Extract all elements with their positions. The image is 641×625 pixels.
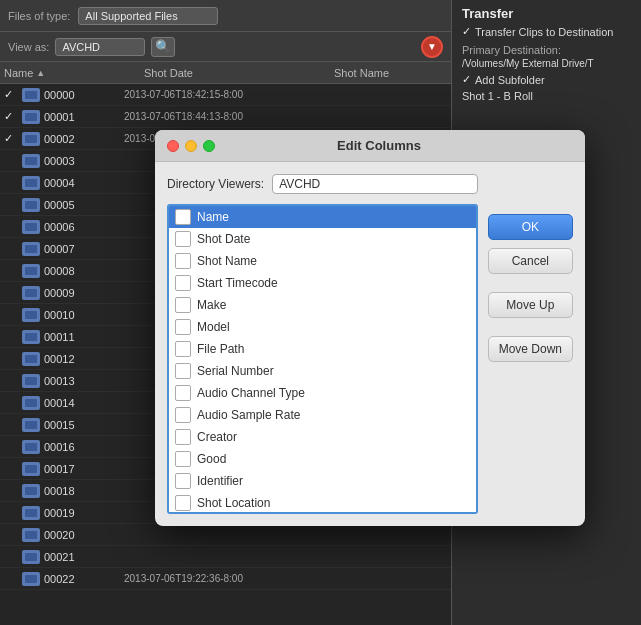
column-label: Identifier bbox=[197, 474, 243, 488]
row-check: ✓ bbox=[4, 132, 18, 145]
file-name: 00011 bbox=[44, 331, 114, 343]
column-label: Start Timecode bbox=[197, 276, 278, 290]
files-of-type-dropdown[interactable]: All Supported Files bbox=[78, 7, 218, 25]
list-item[interactable]: Shot Name bbox=[169, 250, 476, 272]
column-label: Shot Location bbox=[197, 496, 270, 510]
file-icon bbox=[22, 572, 40, 586]
column-checkbox[interactable] bbox=[175, 451, 191, 467]
column-checkbox[interactable] bbox=[175, 473, 191, 489]
dialog-right-panel: OK Cancel Move Up Move Down bbox=[488, 174, 573, 514]
table-row[interactable]: ✓000002013-07-06T18:42:15-8:00 bbox=[0, 84, 451, 106]
file-name: 00004 bbox=[44, 177, 114, 189]
col-header-name[interactable]: Name ▲ bbox=[4, 67, 124, 79]
list-item[interactable]: Audio Sample Rate bbox=[169, 404, 476, 426]
file-name: 00018 bbox=[44, 485, 114, 497]
file-name: 00016 bbox=[44, 441, 114, 453]
column-checkbox[interactable] bbox=[175, 341, 191, 357]
file-name: 00014 bbox=[44, 397, 114, 409]
list-item[interactable]: Shot Date bbox=[169, 228, 476, 250]
row-check: ✓ bbox=[4, 88, 18, 101]
file-name: 00006 bbox=[44, 221, 114, 233]
file-name: 00005 bbox=[44, 199, 114, 211]
table-row[interactable]: 00020 bbox=[0, 524, 451, 546]
move-up-button[interactable]: Move Up bbox=[488, 292, 573, 318]
column-label: Shot Name bbox=[197, 254, 257, 268]
column-checkbox[interactable] bbox=[175, 407, 191, 423]
destination-path: /Volumes/My External Drive/T bbox=[462, 58, 631, 69]
file-icon bbox=[22, 132, 40, 146]
maximize-button[interactable] bbox=[203, 140, 215, 152]
column-label: Serial Number bbox=[197, 364, 274, 378]
column-label: Creator bbox=[197, 430, 237, 444]
list-item[interactable]: Audio Channel Type bbox=[169, 382, 476, 404]
file-name: 00019 bbox=[44, 507, 114, 519]
column-checkbox[interactable] bbox=[175, 319, 191, 335]
table-row[interactable]: ✓000012013-07-06T18:44:13-8:00 bbox=[0, 106, 451, 128]
file-icon bbox=[22, 110, 40, 124]
file-name: 00009 bbox=[44, 287, 114, 299]
file-name: 00000 bbox=[44, 89, 114, 101]
minimize-button[interactable] bbox=[185, 140, 197, 152]
column-label: Shot Date bbox=[197, 232, 250, 246]
col-header-shot-name[interactable]: Shot Name bbox=[334, 67, 434, 79]
column-checkbox[interactable] bbox=[175, 231, 191, 247]
column-checkbox[interactable] bbox=[175, 429, 191, 445]
row-check: ✓ bbox=[4, 110, 18, 123]
column-label: Make bbox=[197, 298, 226, 312]
column-checkbox[interactable] bbox=[175, 495, 191, 511]
file-name: 00001 bbox=[44, 111, 114, 123]
column-checkbox[interactable]: ✓ bbox=[175, 209, 191, 225]
file-icon bbox=[22, 264, 40, 278]
column-label: File Path bbox=[197, 342, 244, 356]
column-label: Good bbox=[197, 452, 226, 466]
table-row[interactable]: 00021 bbox=[0, 546, 451, 568]
subfolder-name-item: Shot 1 - B Roll bbox=[462, 90, 631, 102]
file-date: 2013-07-06T19:22:36-8:00 bbox=[124, 573, 324, 584]
list-item[interactable]: Model bbox=[169, 316, 476, 338]
dialog-body: Directory Viewers: AVCHD ✓NameShot DateS… bbox=[155, 162, 585, 526]
list-item[interactable]: File Path bbox=[169, 338, 476, 360]
table-row[interactable]: 000222013-07-06T19:22:36-8:00 bbox=[0, 568, 451, 590]
list-item[interactable]: Make bbox=[169, 294, 476, 316]
column-checkbox[interactable] bbox=[175, 385, 191, 401]
file-icon bbox=[22, 528, 40, 542]
file-icon bbox=[22, 550, 40, 564]
directory-viewers-row: Directory Viewers: AVCHD bbox=[167, 174, 478, 194]
close-button[interactable] bbox=[167, 140, 179, 152]
file-date: 2013-07-06T18:44:13-8:00 bbox=[124, 111, 324, 122]
column-checkbox[interactable] bbox=[175, 297, 191, 313]
search-button[interactable]: 🔍 bbox=[151, 37, 175, 57]
dropdown-toggle-button[interactable]: ▼ bbox=[421, 36, 443, 58]
columns-list[interactable]: ✓NameShot DateShot NameStart TimecodeMak… bbox=[167, 204, 478, 514]
column-checkbox[interactable] bbox=[175, 253, 191, 269]
list-item[interactable]: ✓Name bbox=[169, 206, 476, 228]
file-date: 2013-07-06T18:42:15-8:00 bbox=[124, 89, 324, 100]
column-label: Name bbox=[197, 210, 229, 224]
file-name: 00013 bbox=[44, 375, 114, 387]
column-checkbox[interactable] bbox=[175, 363, 191, 379]
list-item[interactable]: Shot Location bbox=[169, 492, 476, 514]
list-item[interactable]: Identifier bbox=[169, 470, 476, 492]
list-item[interactable]: Serial Number bbox=[169, 360, 476, 382]
cancel-button[interactable]: Cancel bbox=[488, 248, 573, 274]
move-down-button[interactable]: Move Down bbox=[488, 336, 573, 362]
file-icon bbox=[22, 462, 40, 476]
col-header-date[interactable]: Shot Date bbox=[144, 67, 334, 79]
list-item[interactable]: Creator bbox=[169, 426, 476, 448]
column-checkbox[interactable] bbox=[175, 275, 191, 291]
ok-button[interactable]: OK bbox=[488, 214, 573, 240]
file-icon bbox=[22, 220, 40, 234]
view-as-dropdown[interactable]: AVCHD bbox=[55, 38, 145, 56]
column-label: Audio Sample Rate bbox=[197, 408, 300, 422]
directory-viewers-label: Directory Viewers: bbox=[167, 177, 264, 191]
edit-columns-dialog: Edit Columns Directory Viewers: AVCHD ✓N… bbox=[155, 130, 585, 526]
list-item[interactable]: Start Timecode bbox=[169, 272, 476, 294]
list-item[interactable]: Good bbox=[169, 448, 476, 470]
file-icon bbox=[22, 88, 40, 102]
right-panel-title: Transfer bbox=[462, 6, 631, 21]
file-icon bbox=[22, 154, 40, 168]
directory-viewers-dropdown[interactable]: AVCHD bbox=[272, 174, 478, 194]
file-icon bbox=[22, 396, 40, 410]
file-icon bbox=[22, 308, 40, 322]
file-name: 00021 bbox=[44, 551, 114, 563]
